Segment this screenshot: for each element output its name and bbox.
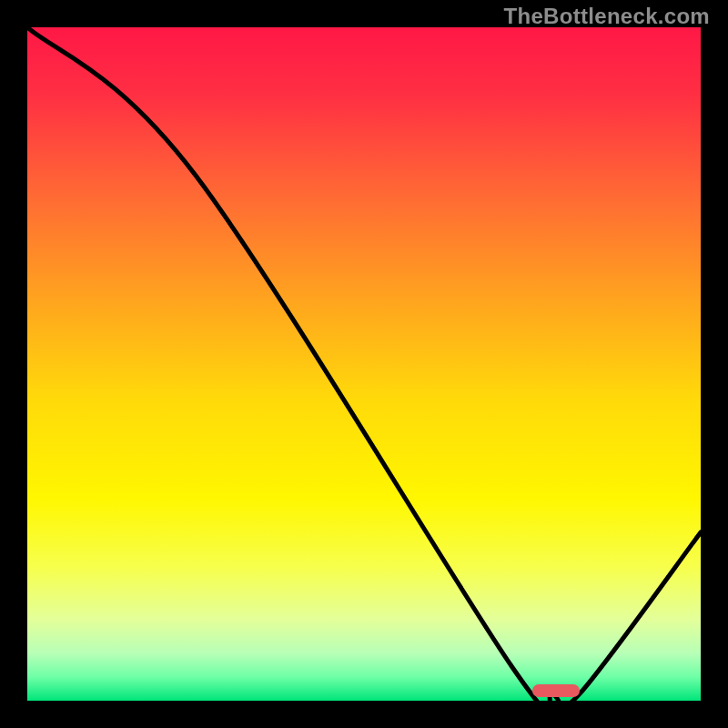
chart-frame: TheBottleneck.com [0,0,728,728]
watermark-label: TheBottleneck.com [504,4,710,29]
plot-area [27,27,701,701]
optimal-marker [532,684,580,697]
bottleneck-curve [27,27,701,701]
